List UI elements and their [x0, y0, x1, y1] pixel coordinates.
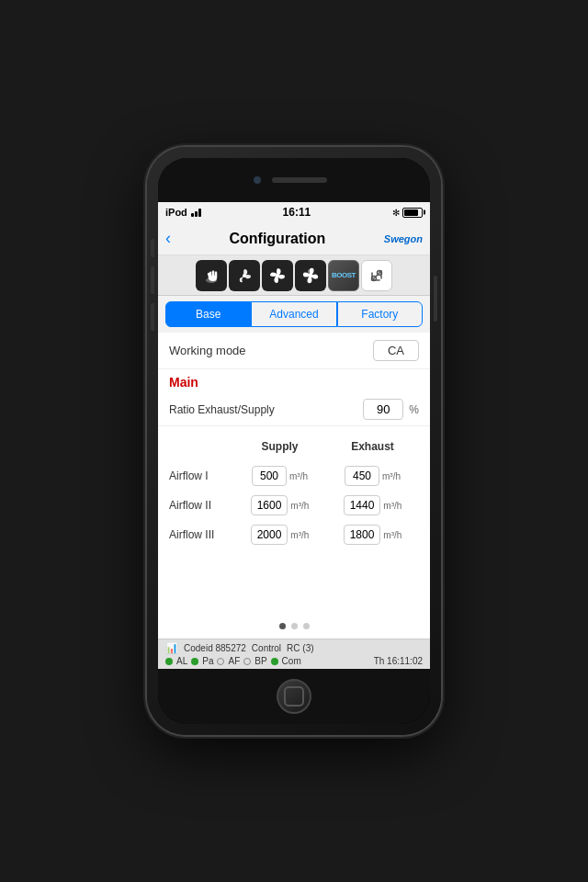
phone-screen: iPod 16:11 ✻ ‹ Config	[158, 202, 430, 669]
dot-3	[303, 623, 310, 629]
dot-1	[279, 623, 286, 629]
bottom-bezel	[158, 669, 430, 724]
boost-icon[interactable]: BOOST	[328, 260, 359, 291]
exhaust-unit-iii: m³/h	[383, 530, 401, 540]
boost-label: BOOST	[332, 271, 356, 279]
segmented-control: Base Advanced Factory	[158, 296, 430, 333]
hand-icon[interactable]	[196, 260, 227, 291]
volume-up-button[interactable]	[151, 239, 154, 257]
empty-header	[169, 437, 233, 454]
airflow-iii-exhaust: 1800 m³/h	[326, 525, 419, 545]
nav-title: Configuration	[171, 231, 384, 247]
com-indicator	[271, 658, 278, 665]
ipod-label: iPod	[165, 207, 187, 218]
mute-button[interactable]	[151, 303, 154, 331]
airflow-i-supply-value[interactable]: 500	[252, 466, 287, 486]
ratio-value[interactable]: 90	[363, 399, 403, 420]
chart-icon: 📊	[165, 642, 178, 654]
airflow-iii-exhaust-value[interactable]: 1800	[344, 525, 381, 545]
swegon-logo: Swegon	[384, 233, 423, 244]
supply-unit-iii: m³/h	[290, 530, 309, 540]
airflow-table: Supply Exhaust Airflow I 500 m³/h	[158, 426, 430, 557]
af-label: AF	[228, 656, 240, 666]
status-time: 16:11	[201, 206, 392, 219]
nav-bar: ‹ Configuration Swegon	[158, 222, 430, 255]
wifi-icon	[191, 208, 201, 217]
working-mode-row: Working mode CA	[158, 333, 430, 369]
status-bar: iPod 16:11 ✻	[158, 202, 430, 222]
airflow-i-exhaust-value[interactable]: 450	[345, 466, 379, 486]
ratio-unit: %	[409, 403, 419, 416]
pa-indicator	[191, 658, 198, 665]
rc-label: RC (3)	[287, 643, 313, 653]
battery-fill	[404, 209, 418, 216]
speaker	[272, 177, 327, 183]
status-time-bottom: Th 16:11:02	[374, 656, 423, 666]
status-left: iPod	[165, 207, 201, 218]
icons-toolbar: BOOST	[158, 255, 430, 296]
airflow-ii-supply: 1600 m³/h	[233, 495, 326, 515]
bp-label: BP	[254, 656, 266, 666]
supply-unit-ii: m³/h	[290, 501, 309, 511]
airflow-ii-row: Airflow II 1600 m³/h 1440 m³/h	[169, 491, 419, 520]
screen-wrapper: iPod 16:11 ✻ ‹ Config	[158, 158, 430, 724]
fan-med-icon[interactable]	[262, 260, 293, 291]
home-button-inner	[284, 686, 304, 707]
control-label: Control	[252, 643, 281, 653]
volume-down-button[interactable]	[151, 266, 154, 294]
airflow-ii-exhaust-value[interactable]: 1440	[344, 495, 381, 515]
working-mode-value[interactable]: CA	[373, 340, 419, 361]
airflow-iii-supply: 2000 m³/h	[233, 525, 326, 545]
exhaust-unit-ii: m³/h	[383, 501, 401, 511]
content-area: Working mode CA Main Ratio Exhaust/Suppl…	[158, 333, 430, 614]
exhaust-unit-i: m³/h	[382, 471, 401, 481]
airflow-ii-exhaust: 1440 m³/h	[326, 495, 419, 515]
settings-icon[interactable]	[361, 260, 392, 291]
dot-2	[291, 623, 298, 629]
airflow-i-label: Airflow I	[169, 469, 233, 482]
fan-high-icon[interactable]	[295, 260, 326, 291]
airflow-ii-label: Airflow II	[169, 499, 233, 512]
airflow-i-row: Airflow I 500 m³/h 450 m³/h	[169, 461, 419, 491]
com-label: Com	[282, 656, 301, 666]
bp-indicator	[243, 658, 251, 665]
airflow-i-supply: 500 m³/h	[233, 466, 326, 486]
airflow-iii-supply-value[interactable]: 2000	[251, 525, 288, 545]
airflow-iii-label: Airflow III	[169, 528, 233, 541]
battery-icon	[402, 208, 423, 218]
power-button[interactable]	[434, 276, 437, 322]
ratio-row: Ratio Exhaust/Supply 90 %	[158, 393, 430, 426]
ratio-label: Ratio Exhaust/Supply	[169, 403, 357, 416]
status-row-1: 📊 Codeid 885272 Control RC (3)	[165, 642, 423, 654]
status-row-2: AL Pa AF BP Com Th 16:11:02	[165, 656, 423, 666]
supply-col-header: Supply	[233, 437, 326, 454]
codeid-label: Codeid 885272	[184, 643, 246, 653]
bluetooth-icon: ✻	[392, 208, 400, 218]
airflow-header: Supply Exhaust	[169, 434, 419, 458]
home-button[interactable]	[277, 679, 311, 714]
phone-device: iPod 16:11 ✻ ‹ Config	[147, 147, 441, 735]
airflow-i-exhaust: 450 m³/h	[326, 466, 419, 486]
status-right: ✻	[392, 208, 423, 218]
supply-unit-i: m³/h	[289, 471, 308, 481]
tab-advanced[interactable]: Advanced	[251, 301, 336, 327]
section-header-main: Main	[158, 369, 430, 393]
tab-factory[interactable]: Factory	[337, 301, 423, 327]
af-indicator	[217, 658, 224, 665]
bottom-status-bar: 📊 Codeid 885272 Control RC (3) AL Pa AF …	[158, 639, 430, 669]
tab-base[interactable]: Base	[165, 301, 251, 327]
page-dots	[158, 614, 430, 639]
exhaust-col-header: Exhaust	[326, 437, 419, 454]
airflow-iii-row: Airflow III 2000 m³/h 1800 m³/h	[169, 520, 419, 549]
top-bezel	[158, 158, 430, 202]
pa-label: Pa	[202, 656, 213, 666]
al-label: AL	[176, 656, 187, 666]
fan-low-icon[interactable]	[229, 260, 260, 291]
working-mode-label: Working mode	[169, 344, 373, 357]
al-indicator	[165, 658, 173, 665]
airflow-ii-supply-value[interactable]: 1600	[251, 495, 288, 515]
camera-dot	[254, 176, 261, 184]
